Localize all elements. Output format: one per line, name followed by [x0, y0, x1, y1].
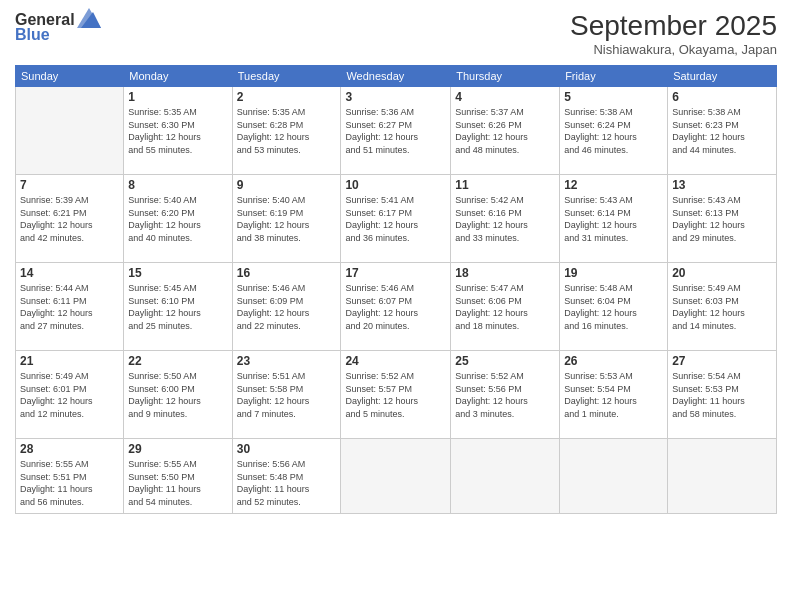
day-cell: 30Sunrise: 5:56 AMSunset: 5:48 PMDayligh… [232, 439, 341, 514]
day-number: 26 [564, 354, 663, 368]
header-saturday: Saturday [668, 66, 777, 87]
day-info: Sunrise: 5:35 AMSunset: 6:30 PMDaylight:… [128, 106, 227, 156]
day-info: Sunrise: 5:51 AMSunset: 5:58 PMDaylight:… [237, 370, 337, 420]
day-info: Sunrise: 5:53 AMSunset: 5:54 PMDaylight:… [564, 370, 663, 420]
day-info: Sunrise: 5:52 AMSunset: 5:57 PMDaylight:… [345, 370, 446, 420]
day-cell: 4Sunrise: 5:37 AMSunset: 6:26 PMDaylight… [451, 87, 560, 175]
day-number: 13 [672, 178, 772, 192]
day-info: Sunrise: 5:48 AMSunset: 6:04 PMDaylight:… [564, 282, 663, 332]
day-info: Sunrise: 5:46 AMSunset: 6:09 PMDaylight:… [237, 282, 337, 332]
day-cell [341, 439, 451, 514]
day-number: 29 [128, 442, 227, 456]
day-info: Sunrise: 5:42 AMSunset: 6:16 PMDaylight:… [455, 194, 555, 244]
day-number: 5 [564, 90, 663, 104]
day-cell [668, 439, 777, 514]
day-info: Sunrise: 5:44 AMSunset: 6:11 PMDaylight:… [20, 282, 119, 332]
day-number: 18 [455, 266, 555, 280]
day-cell: 7Sunrise: 5:39 AMSunset: 6:21 PMDaylight… [16, 175, 124, 263]
day-number: 3 [345, 90, 446, 104]
day-cell: 26Sunrise: 5:53 AMSunset: 5:54 PMDayligh… [560, 351, 668, 439]
weekday-header-row: Sunday Monday Tuesday Wednesday Thursday… [16, 66, 777, 87]
day-number: 15 [128, 266, 227, 280]
day-cell: 1Sunrise: 5:35 AMSunset: 6:30 PMDaylight… [124, 87, 232, 175]
day-cell: 14Sunrise: 5:44 AMSunset: 6:11 PMDayligh… [16, 263, 124, 351]
day-number: 14 [20, 266, 119, 280]
day-info: Sunrise: 5:43 AMSunset: 6:14 PMDaylight:… [564, 194, 663, 244]
day-cell: 11Sunrise: 5:42 AMSunset: 6:16 PMDayligh… [451, 175, 560, 263]
header-monday: Monday [124, 66, 232, 87]
day-cell: 16Sunrise: 5:46 AMSunset: 6:09 PMDayligh… [232, 263, 341, 351]
day-cell: 19Sunrise: 5:48 AMSunset: 6:04 PMDayligh… [560, 263, 668, 351]
day-number: 4 [455, 90, 555, 104]
day-info: Sunrise: 5:35 AMSunset: 6:28 PMDaylight:… [237, 106, 337, 156]
logo: General Blue [15, 10, 101, 44]
title-section: September 2025 Nishiawakura, Okayama, Ja… [570, 10, 777, 57]
day-number: 25 [455, 354, 555, 368]
header: General Blue September 2025 Nishiawakura… [15, 10, 777, 57]
header-sunday: Sunday [16, 66, 124, 87]
day-number: 1 [128, 90, 227, 104]
day-info: Sunrise: 5:46 AMSunset: 6:07 PMDaylight:… [345, 282, 446, 332]
day-number: 21 [20, 354, 119, 368]
day-number: 10 [345, 178, 446, 192]
day-info: Sunrise: 5:41 AMSunset: 6:17 PMDaylight:… [345, 194, 446, 244]
day-info: Sunrise: 5:55 AMSunset: 5:50 PMDaylight:… [128, 458, 227, 508]
day-number: 22 [128, 354, 227, 368]
header-wednesday: Wednesday [341, 66, 451, 87]
day-number: 19 [564, 266, 663, 280]
day-cell: 23Sunrise: 5:51 AMSunset: 5:58 PMDayligh… [232, 351, 341, 439]
week-row-3: 21Sunrise: 5:49 AMSunset: 6:01 PMDayligh… [16, 351, 777, 439]
day-info: Sunrise: 5:52 AMSunset: 5:56 PMDaylight:… [455, 370, 555, 420]
day-cell: 24Sunrise: 5:52 AMSunset: 5:57 PMDayligh… [341, 351, 451, 439]
week-row-4: 28Sunrise: 5:55 AMSunset: 5:51 PMDayligh… [16, 439, 777, 514]
day-cell: 28Sunrise: 5:55 AMSunset: 5:51 PMDayligh… [16, 439, 124, 514]
day-cell [560, 439, 668, 514]
day-info: Sunrise: 5:54 AMSunset: 5:53 PMDaylight:… [672, 370, 772, 420]
day-info: Sunrise: 5:50 AMSunset: 6:00 PMDaylight:… [128, 370, 227, 420]
day-cell: 25Sunrise: 5:52 AMSunset: 5:56 PMDayligh… [451, 351, 560, 439]
header-thursday: Thursday [451, 66, 560, 87]
month-title: September 2025 [570, 10, 777, 42]
day-number: 28 [20, 442, 119, 456]
day-cell: 15Sunrise: 5:45 AMSunset: 6:10 PMDayligh… [124, 263, 232, 351]
day-cell [16, 87, 124, 175]
day-number: 11 [455, 178, 555, 192]
calendar: Sunday Monday Tuesday Wednesday Thursday… [15, 65, 777, 514]
week-row-2: 14Sunrise: 5:44 AMSunset: 6:11 PMDayligh… [16, 263, 777, 351]
day-cell [451, 439, 560, 514]
week-row-1: 7Sunrise: 5:39 AMSunset: 6:21 PMDaylight… [16, 175, 777, 263]
day-info: Sunrise: 5:43 AMSunset: 6:13 PMDaylight:… [672, 194, 772, 244]
day-info: Sunrise: 5:37 AMSunset: 6:26 PMDaylight:… [455, 106, 555, 156]
week-row-0: 1Sunrise: 5:35 AMSunset: 6:30 PMDaylight… [16, 87, 777, 175]
day-cell: 8Sunrise: 5:40 AMSunset: 6:20 PMDaylight… [124, 175, 232, 263]
day-info: Sunrise: 5:39 AMSunset: 6:21 PMDaylight:… [20, 194, 119, 244]
day-cell: 22Sunrise: 5:50 AMSunset: 6:00 PMDayligh… [124, 351, 232, 439]
day-number: 9 [237, 178, 337, 192]
day-cell: 5Sunrise: 5:38 AMSunset: 6:24 PMDaylight… [560, 87, 668, 175]
day-cell: 2Sunrise: 5:35 AMSunset: 6:28 PMDaylight… [232, 87, 341, 175]
day-cell: 21Sunrise: 5:49 AMSunset: 6:01 PMDayligh… [16, 351, 124, 439]
day-info: Sunrise: 5:56 AMSunset: 5:48 PMDaylight:… [237, 458, 337, 508]
day-cell: 18Sunrise: 5:47 AMSunset: 6:06 PMDayligh… [451, 263, 560, 351]
day-info: Sunrise: 5:55 AMSunset: 5:51 PMDaylight:… [20, 458, 119, 508]
day-number: 16 [237, 266, 337, 280]
day-cell: 20Sunrise: 5:49 AMSunset: 6:03 PMDayligh… [668, 263, 777, 351]
header-friday: Friday [560, 66, 668, 87]
day-number: 6 [672, 90, 772, 104]
day-info: Sunrise: 5:49 AMSunset: 6:01 PMDaylight:… [20, 370, 119, 420]
day-number: 12 [564, 178, 663, 192]
day-info: Sunrise: 5:38 AMSunset: 6:24 PMDaylight:… [564, 106, 663, 156]
day-number: 2 [237, 90, 337, 104]
day-cell: 12Sunrise: 5:43 AMSunset: 6:14 PMDayligh… [560, 175, 668, 263]
day-number: 27 [672, 354, 772, 368]
day-number: 24 [345, 354, 446, 368]
day-number: 23 [237, 354, 337, 368]
day-cell: 17Sunrise: 5:46 AMSunset: 6:07 PMDayligh… [341, 263, 451, 351]
logo-icon [77, 8, 101, 28]
day-cell: 9Sunrise: 5:40 AMSunset: 6:19 PMDaylight… [232, 175, 341, 263]
day-cell: 27Sunrise: 5:54 AMSunset: 5:53 PMDayligh… [668, 351, 777, 439]
day-info: Sunrise: 5:40 AMSunset: 6:20 PMDaylight:… [128, 194, 227, 244]
day-cell: 10Sunrise: 5:41 AMSunset: 6:17 PMDayligh… [341, 175, 451, 263]
logo-blue: Blue [15, 26, 50, 44]
day-number: 17 [345, 266, 446, 280]
